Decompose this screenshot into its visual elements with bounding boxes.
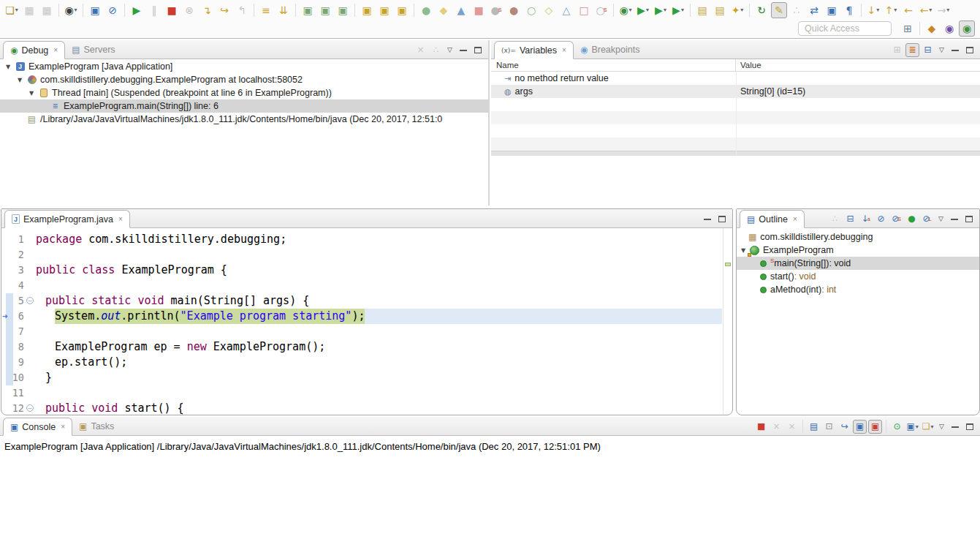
code-line[interactable]: 12−public void start() {	[1, 401, 732, 415]
outline-item[interactable]: ▼ExampleProgram	[737, 244, 979, 257]
debug-tree-item[interactable]: ▼JExampleProgram [Java Application]	[0, 60, 488, 73]
console-monitor-icon[interactable]: ▣	[87, 2, 103, 18]
close-icon[interactable]: ×	[118, 215, 123, 223]
new-wizard-icon[interactable]: ❏▾	[4, 2, 20, 18]
column-value[interactable]: Value	[736, 59, 980, 71]
code-editor[interactable]: 1package com.skilldistillery.debugging;2…	[1, 228, 732, 415]
marker-blue-triangle-outline-icon[interactable]: △	[558, 2, 574, 18]
marker-green-ring-icon[interactable]: ○	[523, 2, 539, 18]
fold-collapse-icon[interactable]: −	[26, 404, 34, 412]
minimize-icon[interactable]	[951, 214, 958, 220]
view-menu-icon[interactable]: ▽	[447, 46, 452, 53]
show-whitespace-icon[interactable]: ¶	[841, 2, 857, 18]
layout-icon-4[interactable]: ▣	[359, 2, 375, 18]
disconnect-icon[interactable]: ⊗	[181, 2, 197, 18]
tab-outline[interactable]: ▤ Outline ×	[740, 210, 805, 228]
layout-icon-2[interactable]: ▣	[317, 2, 333, 18]
tab-debug[interactable]: ◉ Debug ×	[3, 41, 65, 59]
close-icon[interactable]: ×	[53, 46, 58, 54]
code-line[interactable]: 11	[1, 385, 732, 401]
highlight-icon[interactable]: ✎	[771, 2, 787, 18]
run-icon[interactable]: ▶▾	[635, 2, 651, 18]
show-stdout-icon[interactable]: ▣	[853, 420, 867, 434]
marker-red-square-outline-icon[interactable]: □	[576, 2, 592, 18]
open-console-icon[interactable]: ❏▾	[921, 420, 935, 434]
outline-item[interactable]: ▦com.skilldistillery.debugging	[737, 230, 979, 244]
debug-tree-item[interactable]: ▼com.skilldistillery.debugging.ExamplePr…	[0, 73, 488, 86]
debug-tree-item[interactable]: ▼Thread [main] (Suspended (breakpoint at…	[0, 86, 488, 99]
open-perspective-icon[interactable]: ⊞	[900, 20, 916, 37]
clear-console-icon[interactable]: ▤	[807, 420, 821, 434]
hide-fields-icon[interactable]: ⊘	[874, 212, 888, 226]
remove-all-launches-icon[interactable]: ×	[785, 420, 799, 434]
layout-icon-3[interactable]: ▣	[335, 2, 351, 18]
previous-annotation-icon[interactable]: ↑▾	[883, 2, 899, 18]
display-console-icon[interactable]: ▣▾	[905, 420, 919, 434]
marker-gray-ring-s-icon[interactable]: ○S	[593, 2, 609, 18]
javaee-perspective-icon[interactable]: ◆	[924, 20, 940, 37]
tab-console[interactable]: ▣ Console ×	[3, 418, 72, 436]
user-profile-icon[interactable]: ◉▾	[63, 2, 79, 18]
maximize-icon[interactable]	[474, 47, 482, 53]
marker-blue-triangle-icon[interactable]: ▲	[453, 2, 469, 18]
code-line[interactable]: 9ep.start();	[1, 355, 732, 370]
code-line[interactable]: ➜6System.out.println("Example program st…	[1, 309, 732, 324]
java-perspective-icon[interactable]: ◉	[941, 20, 957, 37]
view-menu-icon[interactable]: ▽	[938, 215, 943, 222]
tab-tasks[interactable]: ▣ Tasks	[72, 417, 121, 435]
show-selected-element-icon[interactable]: ▣	[824, 2, 840, 18]
save-icon[interactable]: ▦	[21, 2, 37, 18]
hide-static-icon[interactable]: ⊘S	[889, 212, 903, 226]
suspend-icon[interactable]: ‖	[146, 2, 162, 18]
step-into-icon[interactable]: ↴	[199, 2, 215, 18]
word-wrap-icon[interactable]: ↪	[837, 420, 851, 434]
view-dots-icon[interactable]: ∴	[429, 43, 443, 57]
next-annotation-icon[interactable]: ↓▾	[865, 2, 881, 18]
collapse-all-icon[interactable]: ⊟	[843, 212, 857, 226]
pin-console-icon[interactable]: ⊙	[890, 420, 904, 434]
open-type-icon[interactable]: ▤	[694, 2, 710, 18]
quick-access-input[interactable]	[798, 21, 892, 36]
back-icon[interactable]: ←▾	[918, 2, 934, 18]
expander-icon[interactable]: ▼	[29, 90, 38, 97]
debug-perspective-icon[interactable]: ◉	[959, 20, 975, 37]
maximize-icon[interactable]	[965, 216, 973, 222]
view-menu-icon[interactable]: ▽	[939, 423, 944, 430]
code-line[interactable]: 4	[1, 278, 732, 293]
scroll-lock-icon[interactable]: ⊡	[822, 420, 836, 434]
close-icon[interactable]: ×	[793, 215, 797, 223]
expander-icon[interactable]: ▼	[18, 77, 26, 83]
step-over-icon[interactable]: ↪	[216, 2, 232, 18]
show-logical-structures-icon[interactable]: ≣	[905, 43, 919, 57]
fold-collapse-icon[interactable]: −	[26, 297, 34, 304]
column-name[interactable]: Name	[491, 59, 736, 71]
save-all-icon[interactable]: ▦	[39, 2, 55, 18]
outline-item[interactable]: Smain(String[]) : void	[737, 257, 979, 270]
code-line[interactable]: 2	[1, 247, 732, 263]
view-menu-icon[interactable]: ▽	[939, 46, 944, 53]
maximize-icon[interactable]	[966, 423, 973, 430]
marker-green-circle-icon[interactable]: ●	[418, 2, 434, 18]
code-line[interactable]: 7	[1, 324, 732, 339]
step-filters-icon[interactable]: ≡	[258, 2, 274, 18]
minimize-icon[interactable]	[704, 214, 711, 220]
code-line[interactable]: 8ExampleProgram ep = new ExampleProgram(…	[1, 339, 732, 355]
drop-to-frame-icon[interactable]: ⇊	[276, 2, 292, 18]
layout-icon-1[interactable]: ▣	[300, 2, 316, 18]
resume-icon[interactable]: ▶	[129, 2, 145, 18]
code-line[interactable]: 3public class ExampleProgram {	[1, 263, 732, 278]
overview-marker-current-line[interactable]	[725, 263, 731, 266]
debug-icon[interactable]: ◉▾	[618, 2, 634, 18]
hide-non-public-icon[interactable]: ●	[905, 212, 919, 226]
minimize-icon[interactable]	[951, 45, 959, 51]
step-return-icon[interactable]: ↰	[234, 2, 250, 18]
expander-icon[interactable]: ▼	[6, 64, 15, 70]
remove-launch-icon[interactable]: ×	[770, 420, 783, 434]
console-terminate-icon[interactable]: ■	[754, 420, 768, 434]
coverage-icon[interactable]: ▶▾	[653, 2, 669, 18]
code-line[interactable]: 10}	[1, 370, 732, 385]
hide-local-types-icon[interactable]: ⊘L	[920, 212, 934, 226]
show-stderr-icon[interactable]: ▣	[868, 420, 882, 434]
collapse-all-icon[interactable]: ⊟	[921, 43, 935, 57]
close-icon[interactable]: ×	[562, 46, 566, 54]
